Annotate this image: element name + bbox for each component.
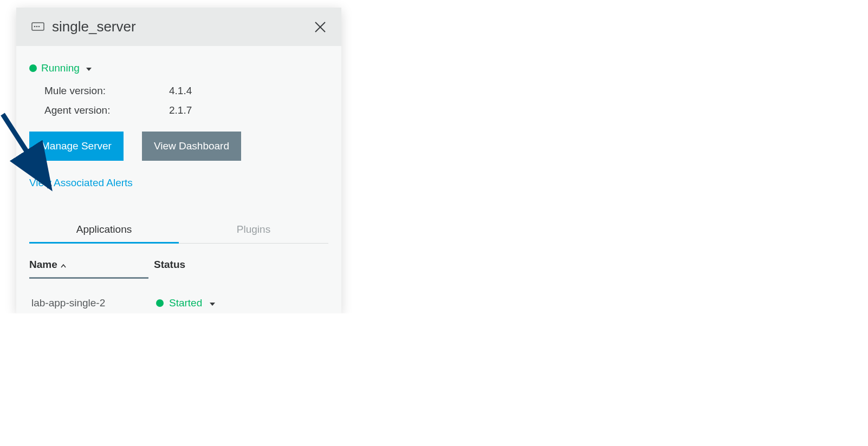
svg-point-4: [36, 25, 38, 27]
tabs: Applications Plugins: [29, 216, 328, 244]
svg-marker-9: [210, 303, 215, 306]
column-header-status[interactable]: Status: [154, 259, 185, 271]
server-detail-panel: single_server Running Mule version: 4.1.…: [16, 8, 341, 313]
table-row[interactable]: lab-app-single-2 Started: [29, 292, 328, 313]
sort-indicator: [29, 277, 148, 279]
table-header: Name Status: [29, 259, 328, 277]
close-button[interactable]: [314, 21, 326, 33]
status-indicator-icon: [156, 299, 164, 307]
panel-header: single_server: [16, 8, 341, 46]
app-status-dropdown[interactable]: Started: [156, 297, 215, 309]
view-alerts-link[interactable]: View Associated Alerts: [29, 177, 133, 189]
agent-version-label: Agent version:: [44, 104, 169, 116]
svg-rect-2: [32, 23, 44, 30]
sort-ascending-icon: [61, 259, 66, 271]
svg-point-3: [34, 25, 36, 27]
agent-version-row: Agent version: 2.1.7: [44, 104, 328, 116]
mule-version-value: 4.1.4: [169, 85, 192, 97]
server-icon: [31, 22, 44, 32]
svg-point-5: [38, 25, 40, 27]
agent-version-value: 2.1.7: [169, 104, 192, 116]
status-label: Running: [41, 62, 80, 74]
app-name: lab-app-single-2: [31, 297, 156, 309]
manage-server-button[interactable]: Manage Server: [29, 132, 124, 161]
svg-marker-8: [86, 68, 92, 71]
status-indicator-icon: [29, 64, 37, 72]
status-dropdown[interactable]: Running: [29, 62, 328, 74]
close-icon: [314, 21, 326, 33]
chevron-down-icon: [86, 63, 92, 73]
panel-title: single_server: [52, 18, 136, 35]
mule-version-row: Mule version: 4.1.4: [44, 85, 328, 97]
tab-applications[interactable]: Applications: [29, 216, 179, 243]
tab-plugins[interactable]: Plugins: [179, 216, 328, 243]
chevron-down-icon: [210, 298, 215, 308]
mule-version-label: Mule version:: [44, 85, 169, 97]
action-buttons: Manage Server View Dashboard: [29, 132, 328, 161]
panel-body: Running Mule version: 4.1.4 Agent versio…: [16, 46, 341, 313]
column-header-name[interactable]: Name: [29, 259, 154, 271]
app-status-label: Started: [169, 297, 202, 309]
server-info: Mule version: 4.1.4 Agent version: 2.1.7: [44, 85, 328, 116]
view-dashboard-button[interactable]: View Dashboard: [142, 132, 241, 161]
column-header-name-label: Name: [29, 259, 57, 271]
